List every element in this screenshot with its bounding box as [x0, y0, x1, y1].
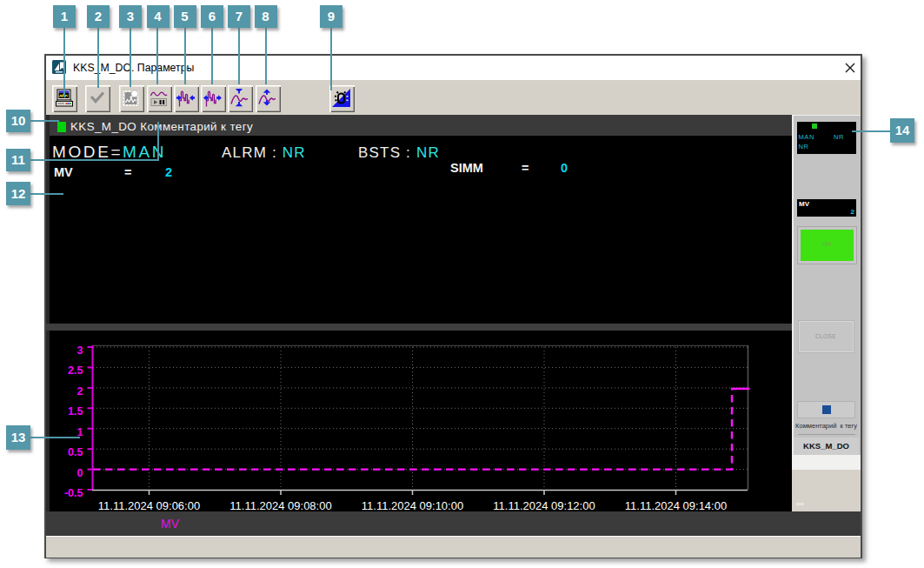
svg-text:2.5: 2.5	[68, 364, 83, 377]
svg-text:11.11.2024 09:08:00: 11.11.2024 09:08:00	[229, 499, 331, 512]
svg-text:11.11.2024 09:10:00: 11.11.2024 09:10:00	[362, 499, 463, 512]
svg-text:11.11.2024 09:14:00: 11.11.2024 09:14:00	[625, 499, 727, 512]
svg-text:-0.5: -0.5	[64, 487, 83, 499]
svg-text:11.11.2024 09:12:00: 11.11.2024 09:12:00	[493, 499, 595, 512]
svg-text:3: 3	[77, 344, 83, 357]
svg-text:0: 0	[77, 467, 83, 479]
svg-text:2: 2	[77, 385, 83, 398]
svg-text:1.5: 1.5	[68, 405, 83, 418]
svg-text:0.5: 0.5	[68, 446, 83, 458]
svg-text:11.11.2024 09:06:00: 11.11.2024 09:06:00	[98, 499, 200, 512]
